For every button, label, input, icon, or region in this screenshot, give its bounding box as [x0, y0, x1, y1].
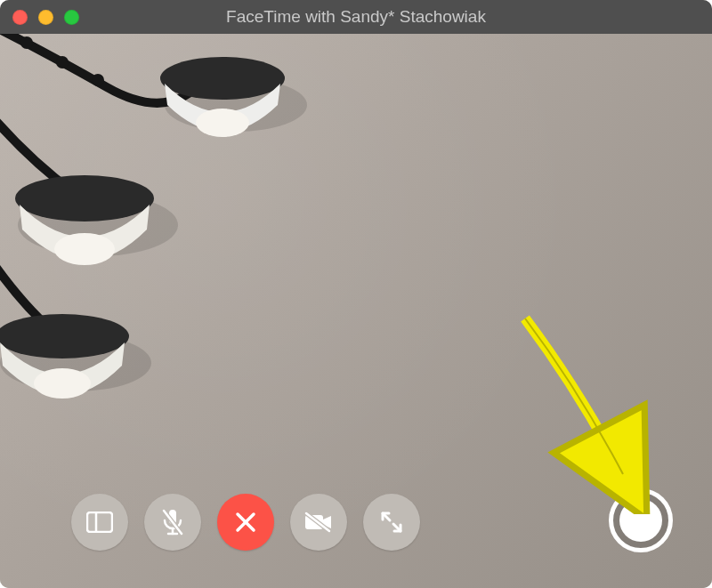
- shutter-dot-icon: [619, 499, 662, 542]
- microphone-off-icon: [160, 508, 185, 536]
- svg-point-4: [56, 56, 69, 68]
- minimize-icon[interactable]: [38, 10, 53, 25]
- svg-point-6: [160, 57, 285, 100]
- svg-point-11: [34, 368, 91, 399]
- svg-point-9: [54, 233, 115, 265]
- camera-off-icon: [303, 511, 334, 533]
- sidebar-icon: [86, 511, 113, 533]
- mute-button[interactable]: [144, 494, 201, 551]
- sidebar-button[interactable]: [71, 494, 128, 551]
- traffic-lights: [12, 10, 79, 25]
- end-call-button[interactable]: [217, 494, 274, 551]
- window-title: FaceTime with Sandy* Stachowiak: [0, 7, 712, 27]
- svg-point-3: [20, 36, 33, 49]
- video-area: [0, 34, 712, 588]
- svg-point-5: [92, 74, 104, 86]
- svg-point-7: [196, 109, 249, 137]
- facetime-window: FaceTime with Sandy* Stachowiak: [0, 0, 712, 588]
- annotation-arrow: [498, 301, 676, 514]
- close-x-icon: [234, 511, 257, 534]
- svg-point-8: [15, 175, 154, 222]
- svg-rect-12: [87, 512, 112, 532]
- zoom-icon[interactable]: [64, 10, 79, 25]
- svg-point-0: [165, 78, 307, 132]
- live-photo-shutter[interactable]: [609, 488, 673, 552]
- camera-off-button[interactable]: [290, 494, 347, 551]
- fullscreen-button[interactable]: [363, 494, 420, 551]
- svg-point-2: [0, 334, 151, 391]
- close-icon[interactable]: [12, 10, 28, 25]
- ceiling-light-fixture: [0, 34, 312, 399]
- svg-point-10: [0, 314, 129, 358]
- svg-point-1: [18, 194, 178, 256]
- call-controls: [71, 494, 420, 551]
- expand-icon: [380, 511, 403, 534]
- titlebar: FaceTime with Sandy* Stachowiak: [0, 0, 712, 34]
